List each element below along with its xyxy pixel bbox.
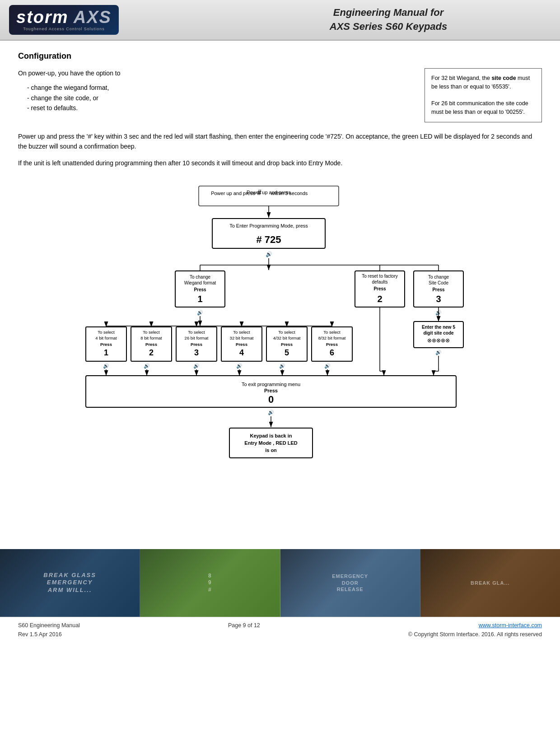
footer-link[interactable]: www.storm-interface.com bbox=[408, 621, 542, 630]
8bit-num: 2 bbox=[149, 348, 154, 357]
rf-t3: Press bbox=[373, 286, 386, 291]
footer-right: www.storm-interface.com © Copyright Stor… bbox=[408, 621, 542, 639]
cw-t1: To change bbox=[190, 275, 211, 280]
exit-t2: Press bbox=[264, 388, 278, 393]
26bit-t1: To select bbox=[188, 330, 205, 335]
8bit-t3: Press bbox=[145, 342, 157, 347]
es-t1: Enter the new 5 bbox=[422, 325, 455, 330]
832bit-t3: Press bbox=[326, 342, 338, 347]
footer-img-text-3: EMERGENCYDOORRELEASE bbox=[332, 573, 368, 592]
footer-center: Page 9 of 12 bbox=[228, 621, 260, 630]
flowchart-svg: Power up and press Power up and press # … bbox=[77, 182, 483, 516]
powerup-prefix: Power up and press bbox=[211, 191, 255, 196]
footer-img-1: BREAK GLASSEMERGENCYARM WILL... bbox=[0, 549, 140, 617]
enter-prog-text1: To Enter Programming Mode, press bbox=[229, 223, 308, 228]
32bit-num: 4 bbox=[239, 348, 244, 357]
432bit-num: 5 bbox=[285, 348, 289, 357]
sp-exit: 🔊 bbox=[268, 409, 274, 415]
bullet2: change the site code, or bbox=[27, 93, 415, 103]
cs-t2: Site Code bbox=[429, 280, 448, 285]
body-text-1: Power up and press the '#' key within 3 … bbox=[18, 131, 542, 152]
cw-num: 1 bbox=[197, 294, 202, 304]
sp-4bit: 🔊 bbox=[103, 363, 109, 369]
powerup-box bbox=[199, 186, 339, 206]
speaker-1: 🔊 bbox=[266, 251, 272, 257]
sp-8bit: 🔊 bbox=[144, 363, 150, 369]
footer-img-2: 89# bbox=[140, 549, 280, 617]
sp-26bit: 🔊 bbox=[193, 363, 200, 369]
sp-832bit: 🔊 bbox=[324, 363, 331, 369]
832bit-t1: To select bbox=[323, 330, 341, 335]
footer-page: Page 9 of 12 bbox=[228, 621, 260, 630]
432bit-t3: Press bbox=[281, 342, 293, 347]
cw-t3: Press bbox=[194, 287, 206, 292]
powerup-suffix: within 3 seconds bbox=[271, 191, 308, 196]
intro-text: On power-up, you have the option to chan… bbox=[18, 68, 415, 122]
sp-432bit: 🔊 bbox=[279, 363, 285, 369]
832bit-num: 6 bbox=[330, 348, 334, 357]
cs-num: 3 bbox=[436, 294, 441, 304]
footer-left-line2: Rev 1.5 Apr 2016 bbox=[18, 630, 80, 639]
title-line2: AXS Series S60 Keypads bbox=[330, 21, 447, 32]
logo-area: storm AXS Toughened Access Control Solut… bbox=[9, 5, 226, 35]
section-title: Configuration bbox=[18, 51, 542, 61]
cw-t2: Wiegand format bbox=[184, 280, 216, 285]
flowchart-container: Power up and press Power up and press # … bbox=[77, 182, 483, 516]
logo-box: storm AXS Toughened Access Control Solut… bbox=[9, 5, 119, 35]
logo-text: storm AXS bbox=[16, 9, 112, 26]
cs-t3: Press bbox=[432, 287, 445, 292]
26bit-num: 3 bbox=[194, 348, 199, 357]
footer-image-overlay: BREAK GLASSEMERGENCYARM WILL... 89# EMER… bbox=[0, 549, 560, 617]
bullet-list: change the wiegand format, change the si… bbox=[18, 83, 415, 113]
bullet3: reset to defaults. bbox=[27, 103, 415, 113]
logo-axs: AXS bbox=[74, 8, 112, 27]
rf-t2: defaults bbox=[372, 280, 387, 284]
8bit-t1: To select bbox=[143, 330, 160, 335]
rf-t1: To reset to factory bbox=[362, 274, 397, 279]
body-text-2: If the unit is left unattended during pr… bbox=[18, 158, 542, 168]
kp-t3: is on bbox=[265, 447, 277, 453]
exit-num: 0 bbox=[268, 394, 274, 405]
32bit-t2: 32 bit format bbox=[230, 335, 254, 340]
enter-prog-code: # 725 bbox=[256, 234, 281, 245]
intro-row: On power-up, you have the option to chan… bbox=[18, 68, 542, 122]
cs-t1: To change bbox=[428, 275, 449, 280]
footer-copyright: © Copyright Storm Interface. 2016. All r… bbox=[408, 630, 542, 639]
rf-num: 2 bbox=[377, 294, 382, 304]
432bit-t2: 4/32 bit format bbox=[273, 335, 301, 340]
832bit-t2: 8/32 bit format bbox=[318, 335, 346, 340]
footer-img-3: EMERGENCYDOORRELEASE bbox=[280, 549, 420, 617]
infobox-line1: For 32 bit Wiegand, the site code must b… bbox=[431, 74, 535, 91]
page-footer: S60 Engineering Manual Rev 1.5 Apr 2016 … bbox=[0, 617, 560, 643]
es-x: ⊗⊗⊗⊗⊗ bbox=[427, 337, 450, 344]
footer-img-text-4: BREAK GLA... bbox=[471, 580, 510, 586]
26bit-t2: 26 bit format bbox=[185, 335, 209, 340]
8bit-t2: 8 bit format bbox=[140, 335, 162, 340]
footer-img-4: BREAK GLA... bbox=[420, 549, 560, 617]
bullet1: change the wiegand format, bbox=[27, 83, 415, 93]
speaker-cw: 🔊 bbox=[197, 309, 203, 316]
speaker-es: 🔊 bbox=[435, 349, 442, 355]
header-title: Engineering Manual for AXS Series S60 Ke… bbox=[226, 6, 551, 34]
kp-t1: Keypad is back in bbox=[250, 433, 292, 438]
powerup-hash: # bbox=[257, 189, 261, 196]
logo-storm: storm bbox=[16, 8, 74, 27]
4bit-t2: 4 bit format bbox=[95, 335, 117, 340]
footer-img-text-2: 89# bbox=[208, 573, 212, 594]
footer-img-text-1: BREAK GLASSEMERGENCYARM WILL... bbox=[43, 572, 96, 595]
exit-t1: To exit programming menu bbox=[242, 382, 300, 387]
main-content: Configuration On power-up, you have the … bbox=[0, 41, 560, 540]
page-header: storm AXS Toughened Access Control Solut… bbox=[0, 0, 560, 41]
4bit-num: 1 bbox=[104, 348, 108, 357]
logo-sub: Toughened Access Control Solutions bbox=[23, 27, 105, 31]
432bit-t1: To select bbox=[278, 330, 295, 335]
32bit-t3: Press bbox=[236, 342, 247, 347]
infobox-line2: For 26 bit communication the site code m… bbox=[431, 99, 535, 116]
info-box: For 32 bit Wiegand, the site code must b… bbox=[425, 68, 542, 122]
4bit-t1: To select bbox=[98, 330, 115, 335]
es-t2: digit site code bbox=[423, 331, 454, 335]
intro-paragraph: On power-up, you have the option to bbox=[18, 68, 415, 78]
kp-t2: Entry Mode , RED LED bbox=[244, 440, 297, 446]
4bit-t3: Press bbox=[100, 342, 112, 347]
32bit-t1: To select bbox=[233, 330, 250, 335]
